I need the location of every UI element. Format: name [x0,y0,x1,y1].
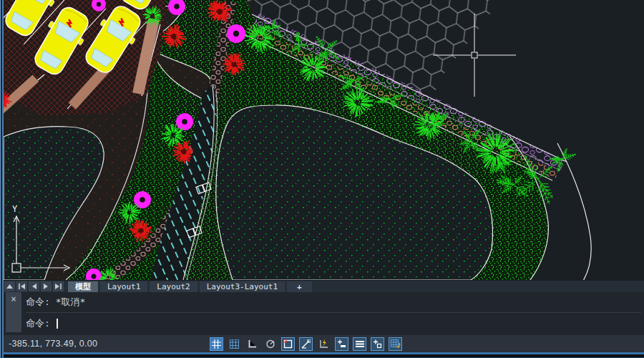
command-history-line: 命令: *取消* [26,292,641,313]
status-icon-annotation-scale[interactable] [389,337,402,351]
tab-prev-button[interactable] [29,281,39,291]
status-icon-object-snap[interactable] [281,337,295,351]
tab-next-button[interactable] [41,281,52,291]
tab-layout2[interactable]: Layout2 [150,281,197,292]
status-bar: -385.11, 773.49, 0.00 [0,335,644,352]
command-close-strip: × [6,292,21,332]
layout-tab-bar: 模型Layout1Layout2Layout3-Layout1+ [0,280,644,292]
window-left-border [0,0,4,358]
command-window[interactable]: × 命令: *取消* 命令: [0,292,644,335]
tab-layout1[interactable]: Layout1 [100,281,147,292]
status-icon-grid-display[interactable] [228,337,241,351]
text-cursor [57,319,58,329]
flower-magenta [134,191,151,208]
status-icon-polar-tracking[interactable] [263,337,277,351]
ucs-y-label: Y [12,204,18,214]
tab-last-button[interactable] [53,281,64,291]
tab-layout3-layout1[interactable]: Layout3-Layout1 [200,281,285,292]
layout-tabs: 模型Layout1Layout2Layout3-Layout1+ [68,281,312,292]
close-icon[interactable]: × [11,294,16,304]
status-toggle-icons [210,335,402,352]
command-prompt-line[interactable]: 命令: [26,313,641,334]
tab-model[interactable]: 模型 [68,281,98,292]
flower-magenta [227,24,245,43]
status-icon-lineweight-display[interactable] [335,337,348,351]
flower-magenta [176,113,193,130]
tab-new-layout[interactable]: + [287,281,312,292]
tab-menu-up-button[interactable] [4,281,15,291]
status-icon-ortho-mode[interactable] [245,337,259,351]
coordinates-readout: -385.11, 773.49, 0.00 [9,335,97,352]
window-bottom-border [0,352,644,358]
tab-nav-buttons [0,281,65,292]
status-icon-quick-properties[interactable] [353,337,366,351]
status-icon-dynamic-input[interactable] [317,337,331,351]
site-plan-svg[interactable]: Y [0,0,644,280]
drawing-canvas[interactable]: Y [0,0,644,280]
status-icon-snap-grid[interactable] [210,337,223,351]
cad-window: Y 模型Layout1Layout2Layout3-Layout1+ × 命令:… [0,0,644,358]
status-icon-object-snap-tracking[interactable] [299,337,313,351]
tab-first-button[interactable] [16,281,27,291]
status-icon-selection-cycling[interactable] [371,337,384,351]
